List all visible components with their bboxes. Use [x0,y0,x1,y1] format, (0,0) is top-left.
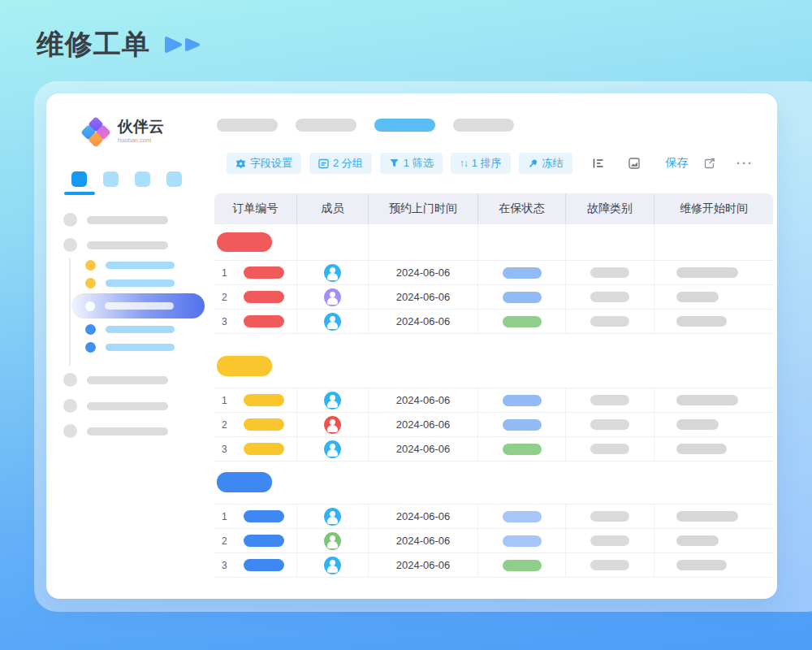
group-label-pill[interactable] [217,232,272,252]
status-cell[interactable] [478,285,566,310]
sidebar-tab-active[interactable] [71,171,87,187]
sort-button[interactable]: ↑↓ 1 排序 [451,153,511,174]
member-avatar-person-icon[interactable] [324,288,341,306]
column-header[interactable]: 预约上门时间 [369,193,478,224]
fault-cell[interactable] [566,553,654,578]
order-cell[interactable]: 2 [214,285,297,310]
order-pill[interactable] [244,535,284,547]
member-cell[interactable] [297,529,369,553]
share-button[interactable] [702,158,717,170]
member-cell[interactable] [297,437,369,462]
order-cell[interactable]: 1 [214,388,297,413]
status-cell[interactable] [478,413,566,437]
tree-item[interactable] [85,342,175,353]
member-cell[interactable] [297,413,369,437]
order-cell[interactable]: 2 [214,529,297,553]
order-cell[interactable]: 1 [214,261,297,285]
group-label-pill[interactable] [217,472,272,492]
sidebar-list-item[interactable] [63,399,168,413]
freeze-button[interactable]: 冻结 [519,153,572,174]
date-cell[interactable]: 2024-06-06 [369,437,478,462]
column-header[interactable]: 成员 [297,193,369,224]
fault-cell[interactable] [566,529,654,553]
order-pill[interactable] [244,559,284,571]
member-avatar-person-icon[interactable] [324,392,341,410]
date-cell[interactable]: 2024-06-06 [369,553,478,578]
date-cell[interactable]: 2024-06-06 [369,529,478,553]
status-cell[interactable] [478,553,566,578]
view-tab[interactable] [453,119,514,132]
order-pill[interactable] [244,418,284,431]
member-avatar-person-icon[interactable] [324,508,341,526]
member-avatar-person-icon[interactable] [324,532,341,550]
fault-cell[interactable] [566,310,654,334]
order-pill[interactable] [244,266,284,279]
save-button[interactable]: 保存 [666,156,689,171]
date-cell[interactable]: 2024-06-06 [369,505,478,529]
brand-logo[interactable]: 伙伴云 huoban.com [81,118,164,147]
sidebar-tab[interactable] [103,171,119,187]
member-avatar-person-icon[interactable] [324,264,341,282]
tree-item-selected[interactable] [71,293,205,318]
more-button[interactable]: ··· [735,159,755,167]
start-time-cell[interactable] [654,285,773,310]
member-cell[interactable] [297,261,369,285]
column-header[interactable]: 维修开始时间 [654,193,773,224]
chart-button[interactable] [627,158,641,169]
start-time-cell[interactable] [654,310,773,334]
date-cell[interactable]: 2024-06-06 [369,285,478,310]
sidebar-list-item[interactable] [63,213,168,227]
tree-item[interactable] [85,260,175,271]
date-cell[interactable]: 2024-06-06 [369,413,478,437]
order-pill[interactable] [244,510,284,522]
start-time-cell[interactable] [654,529,773,553]
status-cell[interactable] [478,437,566,462]
sidebar-list-item[interactable] [63,424,168,438]
start-time-cell[interactable] [654,553,773,578]
fault-cell[interactable] [566,261,654,285]
date-cell[interactable]: 2024-06-06 [369,388,478,413]
order-cell[interactable]: 3 [214,437,297,462]
member-avatar-person-icon[interactable] [324,416,341,434]
order-pill[interactable] [244,394,284,406]
sidebar-tab[interactable] [166,171,182,187]
status-cell[interactable] [478,529,566,553]
fault-cell[interactable] [566,413,654,437]
start-time-cell[interactable] [654,261,773,285]
order-pill[interactable] [244,443,284,455]
column-header[interactable]: 故障类别 [566,193,654,224]
view-tab[interactable] [296,119,356,132]
order-cell[interactable]: 1 [214,505,297,529]
column-header[interactable]: 在保状态 [478,193,566,224]
order-cell[interactable]: 2 [214,413,297,437]
start-time-cell[interactable] [654,413,773,437]
order-cell[interactable]: 3 [214,310,297,334]
start-time-cell[interactable] [654,388,773,413]
member-cell[interactable] [297,310,369,334]
status-cell[interactable] [478,261,566,285]
tree-item[interactable] [85,324,175,335]
status-cell[interactable] [478,388,566,413]
view-tab[interactable] [217,119,278,132]
member-cell[interactable] [297,505,369,529]
row-height-button[interactable] [590,158,606,169]
fault-cell[interactable] [566,437,654,462]
fault-cell[interactable] [566,388,654,413]
status-cell[interactable] [478,310,566,334]
date-cell[interactable]: 2024-06-06 [369,310,478,334]
group-label-pill[interactable] [217,356,272,376]
group-button[interactable]: 2 分组 [309,153,372,174]
member-cell[interactable] [297,285,369,310]
order-pill[interactable] [244,291,284,303]
member-avatar-person-icon[interactable] [324,313,341,331]
start-time-cell[interactable] [654,505,773,529]
tree-item[interactable] [85,278,175,288]
order-cell[interactable]: 3 [214,553,297,578]
sidebar-list-item[interactable] [63,238,168,252]
member-cell[interactable] [297,553,369,578]
column-header[interactable]: 订单编号 [214,193,297,224]
view-tab-active[interactable] [374,119,435,132]
member-cell[interactable] [297,388,369,413]
fault-cell[interactable] [566,505,654,529]
date-cell[interactable]: 2024-06-06 [369,261,478,285]
